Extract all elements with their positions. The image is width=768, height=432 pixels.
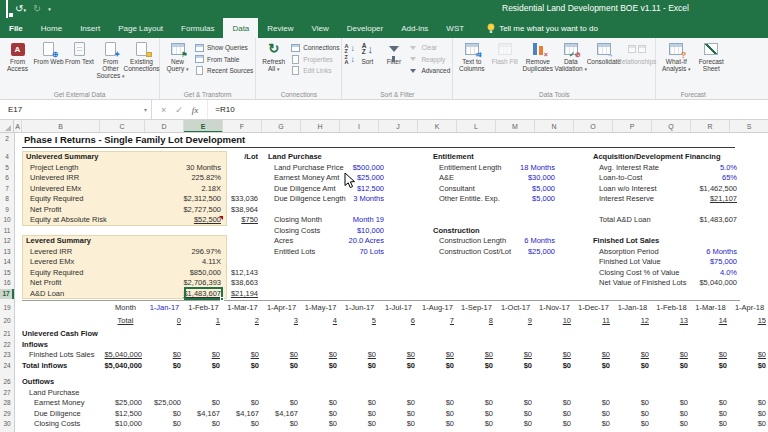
entitlement-value[interactable]: $30,000 (460, 173, 555, 184)
menu-tab-review[interactable]: Review (258, 18, 302, 38)
financing-value[interactable]: $21,107 (642, 194, 737, 205)
show-queries-button[interactable]: Show Queries (193, 43, 253, 52)
cashflow-value[interactable]: $0 (496, 350, 532, 361)
cashflow-value[interactable]: $0 (730, 409, 766, 420)
cashflow-value[interactable]: $0 (301, 361, 337, 372)
cashflow-total-value[interactable]: $5,040,000 (74, 361, 142, 372)
fill-handle[interactable] (220, 297, 224, 301)
month-number[interactable]: 12 (613, 316, 649, 327)
month-number[interactable]: 10 (535, 316, 571, 327)
month-date[interactable]: 1-May-17 (301, 303, 340, 314)
relationships-button[interactable]: Relationships (620, 39, 653, 65)
land-purchase-value[interactable]: Month 19 (289, 215, 384, 226)
grid[interactable]: Phase I Returns - Single Family Lot Deve… (0, 133, 768, 432)
cashflow-value[interactable]: $0 (535, 398, 571, 409)
cashflow-row-label[interactable]: Total Inflows (22, 361, 67, 372)
cashflow-value[interactable]: $4,167 (262, 409, 298, 420)
from-text-button[interactable]: From Text (64, 39, 95, 65)
cashflow-value[interactable]: $0 (262, 398, 298, 409)
month-date[interactable]: 1-Jan-18 (613, 303, 652, 314)
column-header-a[interactable]: A (14, 120, 22, 133)
cashflow-value[interactable]: $0 (418, 350, 454, 361)
month-number[interactable]: 11 (574, 316, 610, 327)
cashflow-value[interactable]: $0 (379, 361, 415, 372)
cashflow-value[interactable]: $0 (652, 398, 688, 409)
sort-az-button[interactable]: AZ↓ (344, 44, 354, 53)
levered-summary-value[interactable]: 4.11X (90, 257, 221, 268)
column-header-j[interactable]: J (379, 120, 418, 133)
cashflow-value[interactable]: $0 (301, 350, 337, 361)
cashflow-value[interactable]: $0 (574, 419, 610, 430)
data-validation-button[interactable]: ✓⊘ Data Validation ▾ (554, 39, 587, 73)
cashflow-value[interactable]: $0 (418, 409, 454, 420)
cashflow-value[interactable]: $0 (613, 419, 649, 430)
cashflow-total-value[interactable]: $10,000 (74, 419, 142, 430)
month-number[interactable]: 1 (184, 316, 220, 327)
month-number[interactable]: 6 (379, 316, 415, 327)
column-header-o[interactable]: O (574, 120, 613, 133)
column-header-p[interactable]: P (613, 120, 652, 133)
menu-tab-view[interactable]: View (303, 18, 338, 38)
financing-value[interactable]: 5.0% (642, 163, 737, 174)
row-number-22[interactable]: 22 (0, 340, 14, 350)
cashflow-total-value[interactable]: $5,040,000 (74, 350, 142, 361)
menu-tab-data[interactable]: Data (223, 18, 258, 38)
month-date[interactable]: 1-Oct-17 (496, 303, 535, 314)
text-to-columns-button[interactable]: ⇉ Text to Columns (455, 39, 488, 72)
save-icon[interactable] (6, 0, 8, 18)
row-number-16[interactable]: 16 (0, 278, 14, 288)
unlevered-summary-label[interactable]: Unlevered IRR (30, 173, 79, 184)
cashflow-value[interactable]: $0 (184, 398, 220, 409)
row-number-2[interactable]: 2 (0, 134, 14, 144)
column-header-q[interactable]: Q (652, 120, 691, 133)
cashflow-value[interactable]: $0 (730, 361, 766, 372)
entitlement-value[interactable]: 18 Months (460, 163, 555, 174)
financing-value[interactable]: $1,483,607 (642, 215, 737, 226)
unlevered-summary-value[interactable]: $52,500 (90, 215, 221, 226)
cashflow-value[interactable]: $0 (262, 361, 298, 372)
cashflow-value[interactable]: $0 (379, 409, 415, 420)
financing-value[interactable]: 65% (642, 173, 737, 184)
levered-summary-label[interactable]: Net Profit (30, 278, 61, 289)
cashflow-value[interactable]: $0 (184, 361, 220, 372)
unlevered-summary-label[interactable]: Unlevered EMx (30, 184, 81, 195)
row-number-8[interactable]: 8 (0, 194, 14, 204)
select-all-corner[interactable] (0, 120, 14, 133)
recent-sources-button[interactable]: Recent Sources (193, 66, 253, 75)
column-header-f[interactable]: F (223, 120, 262, 133)
column-header-d[interactable]: D (145, 120, 184, 133)
column-header-k[interactable]: K (418, 120, 457, 133)
financing-value[interactable]: $1,462,500 (642, 184, 737, 195)
cashflow-value[interactable]: $0 (340, 350, 376, 361)
cashflow-value[interactable]: $0 (652, 350, 688, 361)
cashflow-value[interactable]: $0 (262, 350, 298, 361)
cashflow-value[interactable]: $0 (340, 361, 376, 372)
cashflow-value[interactable]: $0 (262, 419, 298, 430)
properties-button[interactable]: Properties (289, 55, 339, 64)
cashflow-value[interactable]: $0 (418, 361, 454, 372)
finished-lot-sales-value[interactable]: $5,040,000 (642, 278, 737, 289)
row-number-30[interactable]: 30 (0, 419, 14, 429)
column-header-n[interactable]: N (535, 120, 574, 133)
column-header-r[interactable]: R (691, 120, 730, 133)
cashflow-value[interactable]: $0 (691, 361, 727, 372)
cashflow-value[interactable]: $4,167 (184, 409, 220, 420)
from-table-button[interactable]: From Table (193, 55, 253, 64)
row-number-4[interactable]: 4 (0, 152, 14, 162)
menu-tab-developer[interactable]: Developer (338, 18, 392, 38)
cashflow-total-value[interactable]: $25,000 (74, 398, 142, 409)
month-number[interactable]: 9 (496, 316, 532, 327)
construction-value[interactable]: 6 Months (460, 236, 555, 247)
cashflow-value[interactable]: $0 (613, 409, 649, 420)
month-date[interactable]: 1-Mar-17 (223, 303, 262, 314)
land-purchase-value[interactable]: $25,000 (289, 173, 384, 184)
cashflow-value[interactable]: $0 (223, 361, 259, 372)
forecast-sheet-button[interactable]: Forecast Sheet (694, 39, 728, 72)
menu-tab-formulas[interactable]: Formulas (172, 18, 223, 38)
levered-summary-label[interactable]: Levered IRR (30, 247, 72, 258)
cashflow-value[interactable]: $0 (691, 398, 727, 409)
cashflow-value[interactable]: $0 (457, 361, 493, 372)
enter-icon[interactable]: ✓ (175, 105, 183, 115)
unlevered-summary-per-lot-value[interactable]: $750 (222, 215, 258, 226)
cashflow-value[interactable]: $0 (379, 398, 415, 409)
